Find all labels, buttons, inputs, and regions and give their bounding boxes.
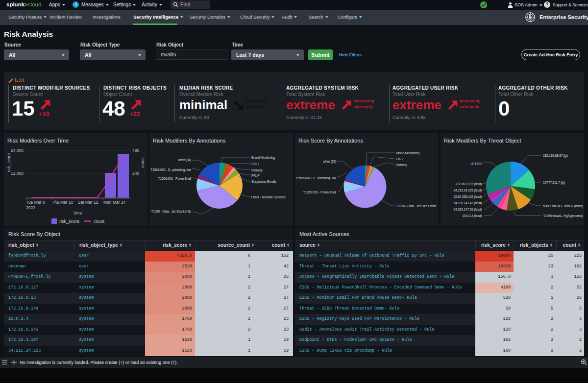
svg-text:T1566.002 - S...rphishing Link: T1566.002 - S...rphishing Link xyxy=(295,176,337,180)
svg-text:Brand Monitoring: Brand Monitoring xyxy=(251,156,275,160)
svg-text:time: time xyxy=(74,211,82,215)
svg-text:risk_score: risk_score xyxy=(59,219,79,224)
svg-text:PR.IP: PR.IP xyxy=(251,174,260,177)
svg-text:other (34): other (34) xyxy=(178,158,191,162)
svg-text:count: count xyxy=(141,158,146,168)
svg-text:240: 240 xyxy=(132,171,139,176)
svg-text:586EF56F4D...865O7 (hash): 586EF56F4D...865O7 (hash) xyxy=(543,204,583,208)
svg-text:Brand Monitoring: Brand Monitoring xyxy=(396,151,419,155)
svg-text:172.16.3.197 (host): 172.16.3.197 (host) xyxy=(455,182,482,186)
svg-text:count: count xyxy=(94,219,105,224)
svg-text:T1566.002 - S...rphishing Link: T1566.002 - S...rphishing Link xyxy=(150,168,192,172)
svg-text:risk_score: risk_score xyxy=(6,153,11,172)
svg-text:2022: 2022 xyxy=(26,205,35,210)
svg-text:185.192.69.97 (ip): 185.192.69.97 (ip) xyxy=(543,154,568,158)
svg-text:54.230.147.47 (host): 54.230.147.47 (host) xyxy=(453,201,482,205)
svg-text:T1059.001 - PowerShell: T1059.001 - PowerShell xyxy=(158,177,192,180)
svg-text:Delivery: Delivery xyxy=(396,163,407,167)
svg-text:OTHER: OTHER xyxy=(470,162,482,166)
svg-text:52.84.235.102 (host): 52.84.235.102 (host) xyxy=(453,195,482,199)
svg-text:54.230.147.59 (host): 54.230.147.59 (host) xyxy=(453,208,482,212)
svg-text:T1059.001 - PowerShell: T1059.001 - PowerShell xyxy=(303,191,337,194)
svg-text:Tue Mar 8: Tue Mar 8 xyxy=(26,200,45,205)
svg-text:CIS 7: CIS 7 xyxy=(396,157,404,161)
svg-text:34.215.24.225 (host): 34.215.24.225 (host) xyxy=(453,189,482,192)
svg-text:10777.211.7 (ip): 10777.211.7 (ip) xyxy=(543,181,565,185)
svg-text:24,000: 24,000 xyxy=(11,148,24,153)
svg-text:480: 480 xyxy=(132,148,139,153)
svg-text:Delivery: Delivery xyxy=(251,168,263,172)
svg-text:T1030 - Data ...fer Size Limit: T1030 - Data ...fer Size Limits xyxy=(396,204,437,208)
svg-text:Sat Mar 12: Sat Mar 12 xyxy=(78,200,98,205)
svg-text:Thu Mar 10: Thu Mar 10 xyxy=(52,200,74,205)
svg-text:"C:\Windows\...FgA (process): "C:\Windows\...FgA (process) xyxy=(543,214,583,218)
svg-text:T1030 - Data ...fer Size Limit: T1030 - Data ...fer Size Limits xyxy=(151,210,192,213)
svg-text:Suspicious Emails: Suspicious Emails xyxy=(251,180,277,184)
svg-text:CIS 7: CIS 7 xyxy=(251,162,259,166)
svg-text:10.0.1.4 (host): 10.0.1.4 (host) xyxy=(462,214,482,218)
svg-text:12,000: 12,000 xyxy=(11,171,24,176)
svg-text:T1021 - Remote Services: T1021 - Remote Services xyxy=(250,195,286,199)
svg-text:other (35): other (35) xyxy=(323,160,336,164)
svg-text:Mon Mar 14: Mon Mar 14 xyxy=(103,200,126,205)
